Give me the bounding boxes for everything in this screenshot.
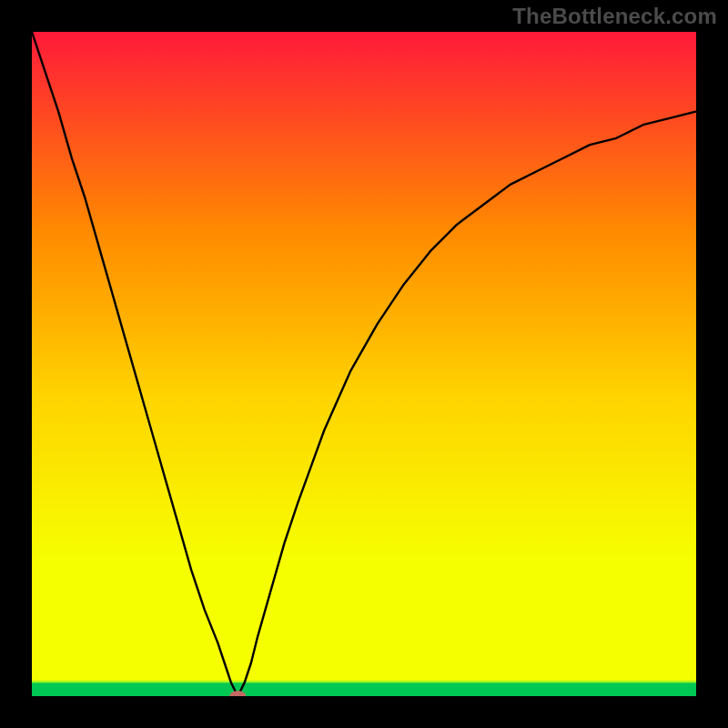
chart-stage: TheBottleneck.com (0, 0, 728, 728)
chart-svg (32, 32, 696, 696)
watermark-text: TheBottleneck.com (512, 4, 717, 29)
plot-area (32, 32, 696, 696)
green-band (32, 682, 696, 696)
